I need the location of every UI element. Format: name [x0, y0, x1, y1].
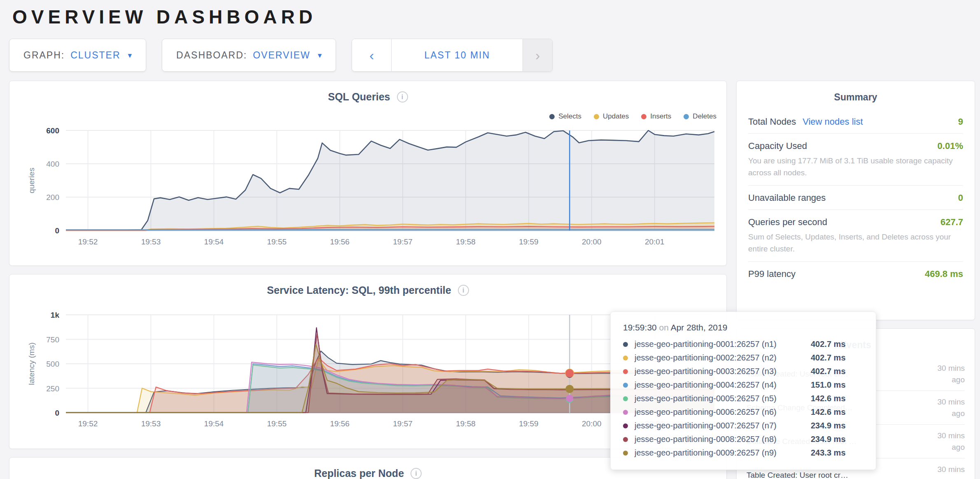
summary-row: Capacity Used0.01%You are using 177.7 Mi…: [748, 134, 963, 186]
sql-queries-chart[interactable]: 19:5219:5319:5419:5519:5619:5719:5819:59…: [9, 124, 726, 253]
dashboard-dropdown-value: OVERVIEW: [253, 50, 310, 61]
info-icon[interactable]: i: [458, 285, 469, 296]
tooltip-node-value: 243.3 ms: [811, 448, 846, 458]
summary-row-label: Unavailable ranges: [748, 193, 826, 203]
tooltip-node-value: 142.6 ms: [811, 407, 846, 417]
svg-text:19:59: 19:59: [519, 419, 539, 428]
svg-text:19:55: 19:55: [267, 419, 287, 428]
svg-text:19:55: 19:55: [267, 237, 287, 246]
summary-row-value: 627.7: [940, 217, 963, 228]
svg-text:400: 400: [46, 160, 59, 168]
event-time: 30 mins ago: [927, 464, 965, 479]
legend-item-updates[interactable]: Updates: [594, 112, 629, 121]
tooltip-node-value: 402.7 ms: [811, 339, 846, 349]
tooltip-node-name: jesse-geo-partitioning-0005:26257 (n5): [635, 394, 811, 403]
graph-dropdown[interactable]: GRAPH: CLUSTER ▾: [9, 39, 146, 72]
summary-row-value: 9: [958, 116, 963, 127]
node-color-dot-icon: [623, 451, 628, 456]
sql-queries-title-row: SQL Queries i: [9, 81, 726, 103]
time-prev-button[interactable]: ‹: [352, 39, 392, 71]
summary-row: Unavailable ranges0: [748, 186, 963, 210]
svg-text:500: 500: [46, 360, 59, 368]
legend-label: Inserts: [650, 112, 671, 121]
tooltip-node-name: jesse-geo-partitioning-0009:26257 (n9): [635, 448, 811, 458]
legend-item-deletes[interactable]: Deletes: [684, 112, 716, 121]
summary-row-value: 0.01%: [938, 141, 963, 151]
summary-rows: Total NodesView nodes list9Capacity Used…: [748, 109, 963, 286]
svg-text:19:58: 19:58: [456, 419, 476, 428]
svg-text:0: 0: [55, 409, 59, 417]
view-nodes-list-link[interactable]: View nodes list: [803, 116, 863, 127]
legend-dot-icon: [549, 114, 555, 119]
tooltip-date: Apr 28th, 2019: [671, 323, 728, 332]
svg-text:19:53: 19:53: [141, 419, 161, 428]
tooltip-time: 19:59:30: [623, 323, 657, 332]
chart-hover-tooltip: 19:59:30 on Apr 28th, 2019 jesse-geo-par…: [610, 312, 876, 470]
time-next-button: ›: [523, 39, 552, 71]
svg-text:19:54: 19:54: [204, 419, 224, 428]
node-color-dot-icon: [623, 437, 628, 442]
sql-queries-panel: SQL Queries i SelectsUpdatesInsertsDelet…: [9, 81, 727, 266]
event-time: 30 mins ago: [927, 363, 965, 385]
tooltip-node-value: 402.7 ms: [811, 353, 846, 363]
summary-row: Total NodesView nodes list9: [748, 109, 963, 134]
svg-text:queries: queries: [27, 167, 36, 193]
tooltip-node-name: jesse-geo-partitioning-0007:26257 (n7): [635, 421, 811, 430]
svg-text:19:59: 19:59: [519, 237, 539, 246]
tooltip-row: jesse-geo-partitioning-0004:26257 (n4)15…: [623, 378, 863, 392]
legend-dot-icon: [641, 114, 646, 119]
info-icon[interactable]: i: [411, 468, 422, 479]
event-time: 30 mins ago: [927, 430, 965, 453]
summary-row-value: 469.8 ms: [925, 269, 963, 279]
svg-text:1k: 1k: [51, 311, 60, 319]
svg-text:19:56: 19:56: [330, 237, 350, 246]
node-color-dot-icon: [623, 369, 628, 374]
tooltip-row: jesse-geo-partitioning-0009:26257 (n9)24…: [623, 446, 863, 460]
svg-text:20:01: 20:01: [645, 237, 665, 246]
tooltip-node-value: 402.7 ms: [811, 367, 846, 376]
tooltip-node-name: jesse-geo-partitioning-0002:26257 (n2): [635, 353, 811, 363]
svg-text:19:57: 19:57: [393, 419, 413, 428]
legend-item-inserts[interactable]: Inserts: [641, 112, 671, 121]
svg-text:200: 200: [46, 193, 59, 202]
tooltip-row: jesse-geo-partitioning-0001:26257 (n1)40…: [623, 337, 863, 351]
event-time: 30 mins ago: [927, 396, 965, 419]
time-range-selector: ‹ LAST 10 MIN ›: [352, 39, 553, 72]
svg-text:19:52: 19:52: [78, 419, 98, 428]
event-text: Table Created: User root cr…: [747, 471, 921, 479]
legend-dot-icon: [594, 114, 599, 119]
tooltip-row: jesse-geo-partitioning-0002:26257 (n2)40…: [623, 351, 863, 365]
time-range-label[interactable]: LAST 10 MIN: [392, 39, 523, 71]
svg-text:latency (ms): latency (ms): [27, 342, 36, 385]
tooltip-node-name: jesse-geo-partitioning-0003:26257 (n3): [635, 367, 811, 376]
svg-text:600: 600: [46, 126, 59, 135]
svg-text:19:52: 19:52: [78, 237, 98, 246]
svg-text:19:53: 19:53: [141, 237, 161, 246]
latency-title: Service Latency: SQL, 99th percentile: [267, 284, 451, 296]
svg-text:20:00: 20:00: [582, 237, 602, 246]
summary-panel: Summary Total NodesView nodes list9Capac…: [736, 81, 975, 320]
toolbar: GRAPH: CLUSTER ▾ DASHBOARD: OVERVIEW ▾ ‹…: [9, 39, 980, 72]
tooltip-row: jesse-geo-partitioning-0008:26257 (n8)23…: [623, 432, 863, 446]
dashboard-dropdown-label: DASHBOARD:: [176, 50, 247, 61]
summary-row-desc: You are using 177.7 MiB of 3.1 TiB usabl…: [748, 155, 963, 179]
tooltip-node-name: jesse-geo-partitioning-0004:26257 (n4): [635, 380, 811, 390]
summary-row-value: 0: [958, 193, 963, 203]
node-color-dot-icon: [623, 383, 628, 388]
legend-item-selects[interactable]: Selects: [549, 112, 581, 121]
info-icon[interactable]: i: [397, 91, 408, 102]
node-color-dot-icon: [623, 423, 628, 428]
legend-dot-icon: [684, 114, 689, 119]
summary-row-desc: Sum of Selects, Updates, Inserts, and De…: [748, 231, 963, 255]
dashboard-dropdown[interactable]: DASHBOARD: OVERVIEW ▾: [162, 39, 336, 72]
chevron-down-icon: ▾: [128, 51, 132, 60]
tooltip-row: jesse-geo-partitioning-0003:26257 (n3)40…: [623, 365, 863, 378]
tooltip-node-value: 234.9 ms: [811, 435, 846, 444]
node-color-dot-icon: [623, 396, 628, 401]
tooltip-row: jesse-geo-partitioning-0007:26257 (n7)23…: [623, 419, 863, 432]
svg-text:0: 0: [55, 226, 59, 235]
svg-text:250: 250: [46, 384, 59, 393]
summary-title: Summary: [748, 92, 963, 103]
sql-queries-legend: SelectsUpdatesInsertsDeletes: [549, 112, 716, 121]
graph-dropdown-value: CLUSTER: [70, 50, 120, 61]
